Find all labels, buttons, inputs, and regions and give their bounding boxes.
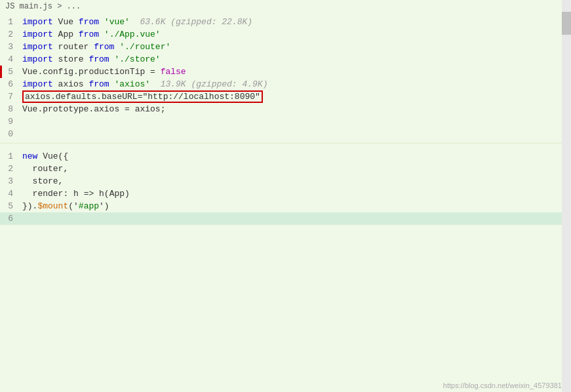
line-content: axios.defaults.baseURL="http://localhost…: [18, 90, 571, 103]
line-number: 1: [0, 17, 18, 27]
editor-container: JS main.js > ... 1import Vue from 'vue' …: [0, 0, 571, 392]
line-number: 9: [0, 117, 18, 127]
line-content: Vue.prototype.axios = axios;: [18, 103, 571, 115]
scrollbar-thumb[interactable]: [562, 12, 571, 35]
line-number: 8: [0, 104, 18, 114]
code-section-2: 1new Vue({2 router,3 store,4 render: h =…: [0, 147, 571, 273]
table-row: 3 store,: [0, 175, 571, 187]
line-number: 3: [0, 176, 18, 186]
table-row: 2import App from './App.vue': [0, 28, 571, 41]
table-row: 4import store from './store': [0, 53, 571, 66]
line-content: import router from './router': [18, 41, 571, 53]
breadcrumb-text: JS main.js > ...: [5, 2, 81, 11]
line-content: Vue.config.productionTip = false: [18, 66, 571, 78]
table-row: 6import axios from 'axios' 13.9K (gzippe…: [0, 78, 571, 90]
line-content: }).$mount('#app'): [18, 200, 571, 212]
table-row: 4 render: h => h(App): [0, 187, 571, 200]
table-row: 9: [0, 115, 571, 128]
red-box-content: axios.defaults.baseURL="http://localhost…: [22, 90, 263, 103]
line-number: 6: [0, 214, 18, 224]
line-content: import App from './App.vue': [18, 28, 571, 41]
line-number: 0: [0, 129, 18, 139]
table-row: 3import router from './router': [0, 41, 571, 53]
table-row: 8Vue.prototype.axios = axios;: [0, 103, 571, 115]
line-number: 6: [0, 79, 18, 89]
line-number: 1: [0, 151, 18, 161]
line-number: 2: [0, 164, 18, 174]
line-content: new Vue({: [18, 150, 571, 163]
line-number: 4: [0, 54, 18, 64]
line-number: 2: [0, 29, 18, 39]
line-content: render: h => h(App): [18, 187, 571, 200]
empty-space: [0, 273, 571, 393]
table-row: 6: [0, 212, 571, 225]
line-content: router,: [18, 163, 571, 175]
line-number: 3: [0, 42, 18, 52]
table-row: 1new Vue({: [0, 150, 571, 163]
line-content: store,: [18, 175, 571, 187]
table-row: 7axios.defaults.baseURL="http://localhos…: [0, 90, 571, 103]
table-row: 5Vue.config.productionTip = false: [0, 66, 571, 78]
table-row: 0: [0, 128, 571, 140]
line-content: import axios from 'axios' 13.9K (gzipped…: [18, 78, 571, 90]
line-content: import store from './store': [18, 53, 571, 66]
table-row: 1import Vue from 'vue' 63.6K (gzipped: 2…: [0, 16, 571, 28]
scrollbar[interactable]: [562, 0, 571, 392]
line-number: 4: [0, 189, 18, 199]
watermark: https://blog.csdn.net/weixin_45793819: [443, 382, 566, 389]
line-number: 5: [0, 67, 18, 77]
line-content: import Vue from 'vue' 63.6K (gzipped: 22…: [18, 16, 571, 28]
line-number: 7: [0, 92, 18, 102]
breadcrumb: JS main.js > ...: [0, 0, 571, 13]
table-row: 5}).$mount('#app'): [0, 200, 571, 212]
code-section-1: 1import Vue from 'vue' 63.6K (gzipped: 2…: [0, 13, 571, 144]
line-number: 5: [0, 201, 18, 211]
table-row: 2 router,: [0, 163, 571, 175]
